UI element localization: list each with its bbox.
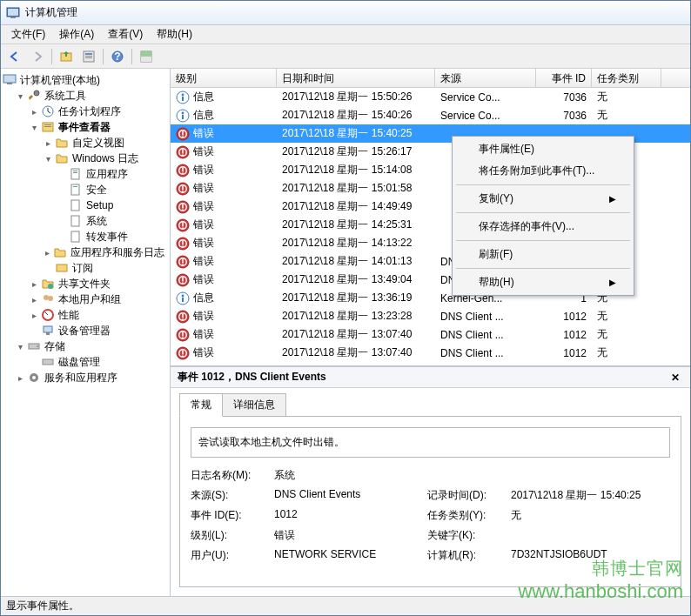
forward-button[interactable] (27, 47, 48, 66)
tree-log-system[interactable]: 系统 (57, 213, 170, 229)
collapse-icon[interactable]: ▾ (43, 153, 53, 164)
svg-rect-2 (10, 17, 16, 18)
tree-device-mgr[interactable]: 设备管理器 (29, 323, 170, 338)
event-level: 错误 (193, 126, 214, 141)
label-computer: 计算机(R): (427, 548, 506, 563)
expand-icon[interactable]: ▸ (29, 310, 39, 320)
ctx-save-selected[interactable]: 保存选择的事件(V)... (454, 216, 632, 238)
menu-view[interactable]: 查看(V) (101, 25, 150, 44)
value-task-cat: 无 (511, 508, 670, 523)
tree-performance[interactable]: ▸性能 (29, 307, 170, 323)
tree-custom-views[interactable]: ▸自定义视图 (43, 135, 170, 151)
show-preview-button[interactable] (136, 47, 157, 66)
expand-icon[interactable]: ▸ (15, 372, 25, 383)
ctx-event-properties[interactable]: 事件属性(E) (454, 138, 632, 160)
ctx-refresh[interactable]: 刷新(F) (454, 244, 632, 265)
col-header-date[interactable]: 日期和时间 (277, 69, 435, 87)
log-icon (69, 230, 83, 244)
svg-rect-85 (182, 264, 184, 265)
info-icon (176, 90, 190, 104)
menu-action[interactable]: 操作(A) (52, 25, 101, 44)
collapse-icon[interactable]: ▾ (15, 341, 25, 352)
event-row[interactable]: 错误2017\12\18 星期一 13:07:40DNS Client ...1… (171, 325, 690, 344)
event-source: Service Co... (435, 110, 536, 122)
tree-log-setup[interactable]: Setup (57, 198, 170, 213)
tab-details[interactable]: 详细信息 (222, 393, 286, 417)
detail-tabs: 常规 详细信息 (171, 388, 690, 417)
expand-icon[interactable]: ▸ (29, 278, 39, 289)
menu-help[interactable]: 帮助(H) (150, 25, 199, 44)
tree-log-application[interactable]: 应用程序 (57, 166, 170, 182)
collapse-icon[interactable]: ▾ (15, 90, 25, 101)
collapse-icon[interactable]: ▾ (29, 122, 39, 132)
tree-local-users[interactable]: ▸本地用户和组 (29, 291, 170, 307)
toolbar: ? (1, 44, 690, 69)
tree-task-scheduler[interactable]: ▸任务计划程序 (29, 104, 170, 119)
label-logged: 记录时间(D): (427, 488, 506, 503)
event-level: 错误 (193, 254, 214, 269)
svg-rect-75 (182, 227, 184, 229)
svg-rect-84 (182, 258, 184, 263)
expand-icon[interactable]: ▸ (43, 137, 53, 148)
tree-pane[interactable]: 计算机管理(本地) ▾系统工具 ▸任务计划程序 ▾事件查看器 ▸自定义视图 ▾W… (1, 69, 171, 596)
error-icon (176, 346, 190, 360)
context-menu[interactable]: 事件属性(E) 将任务附加到此事件(T)... 复制(Y)▶ 保存选择的事件(V… (452, 136, 634, 296)
svg-rect-14 (7, 83, 12, 84)
tree-log-forwarded[interactable]: 转发事件 (57, 229, 170, 244)
tree-shared-folders[interactable]: ▸共享文件夹 (29, 276, 170, 291)
svg-rect-69 (182, 204, 184, 208)
log-icon (69, 198, 83, 212)
expand-icon[interactable]: ▸ (29, 106, 39, 117)
chevron-right-icon: ▶ (609, 278, 616, 287)
back-button[interactable] (4, 47, 25, 66)
svg-rect-55 (182, 154, 184, 156)
tree-system-tools[interactable]: ▾系统工具 (15, 88, 170, 104)
svg-rect-21 (73, 171, 77, 171)
ctx-help[interactable]: 帮助(H)▶ (454, 271, 632, 293)
tree-event-viewer[interactable]: ▾事件查看器 (29, 119, 170, 135)
svg-rect-98 (182, 318, 184, 320)
tree-windows-logs[interactable]: ▾Windows 日志 (43, 151, 170, 166)
ctx-attach-task[interactable]: 将任务附加到此事件(T)... (454, 160, 632, 182)
tree-subscriptions[interactable]: 订阅 (43, 260, 170, 276)
tab-general[interactable]: 常规 (179, 393, 223, 417)
tree-log-security[interactable]: 安全 (57, 182, 170, 198)
error-icon (176, 255, 190, 269)
device-icon (41, 324, 55, 338)
event-row[interactable]: 信息2017\12\18 星期一 15:50:26Service Co...70… (171, 88, 690, 106)
window-title: 计算机管理 (25, 5, 77, 20)
event-date: 2017\12\18 星期一 13:23:28 (277, 309, 435, 324)
expand-icon[interactable]: ▸ (29, 294, 39, 305)
col-header-id[interactable]: 事件 ID (536, 69, 592, 87)
event-level: 信息 (193, 90, 214, 104)
help-button[interactable]: ? (107, 47, 128, 66)
event-row[interactable]: 错误2017\12\18 星期一 13:23:28DNS Client ...1… (171, 307, 690, 325)
col-header-cat[interactable]: 任务类别 (592, 69, 661, 87)
tree-root[interactable]: 计算机管理(本地) (1, 72, 170, 88)
event-row[interactable]: 信息2017\12\18 星期一 15:40:26Service Co...70… (171, 106, 690, 124)
ctx-copy[interactable]: 复制(Y)▶ (454, 188, 632, 210)
value-level: 错误 (274, 528, 422, 543)
folder-icon (55, 151, 69, 165)
tree-app-services-logs[interactable]: ▸应用程序和服务日志 (43, 244, 170, 260)
value-logged: 2017\12\18 星期一 15:40:25 (511, 488, 670, 503)
col-header-level[interactable]: 级别 (171, 69, 277, 87)
event-date: 2017\12\18 星期一 15:14:08 (277, 163, 435, 177)
tree-services-apps[interactable]: ▸服务和应用程序 (15, 370, 170, 385)
up-button[interactable] (56, 47, 77, 66)
col-header-source[interactable]: 来源 (435, 69, 536, 87)
tree-storage[interactable]: ▾存储 (15, 338, 170, 354)
detail-title: 事件 1012，DNS Client Events (178, 370, 326, 385)
menu-file[interactable]: 文件(F) (4, 25, 52, 44)
log-icon (69, 183, 83, 197)
expand-icon[interactable]: ▸ (43, 247, 51, 258)
error-icon (176, 145, 190, 159)
tools-icon (27, 89, 41, 103)
event-id: 7036 (536, 110, 592, 122)
event-row[interactable]: 错误2017\12\18 星期一 13:07:40DNS Client ...1… (171, 344, 690, 362)
tree-disk-mgmt[interactable]: 磁盘管理 (29, 354, 170, 370)
properties-button[interactable] (78, 47, 99, 66)
close-icon[interactable]: ✕ (668, 372, 683, 384)
event-detail-pane: 事件 1012，DNS Client Events ✕ 常规 详细信息 尝试读取… (171, 366, 690, 596)
svg-rect-37 (43, 359, 53, 365)
